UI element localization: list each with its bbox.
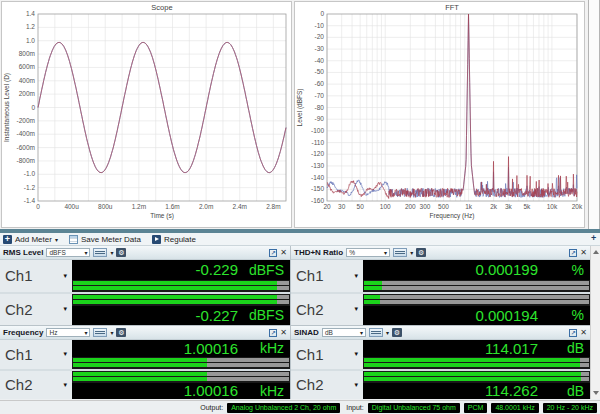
settings-gear-icon[interactable]: ⚙ (392, 328, 402, 337)
settings-gear-icon[interactable]: ⚙ (116, 328, 126, 337)
input-config-badge[interactable]: Digital Unbalanced 75 ohm (368, 403, 460, 413)
meters-scrollbar[interactable] (590, 246, 600, 399)
display-mode-icon[interactable] (93, 248, 107, 257)
chevron-down-icon[interactable]: ▾ (386, 329, 389, 336)
svg-text:0: 0 (36, 203, 40, 210)
chevron-down-icon[interactable]: ▾ (110, 329, 113, 336)
meters-grid: RMS Level dBFS ▾ ▾ ⚙ ↗ ✕ Ch1 ▾ (0, 246, 590, 399)
svg-text:-30: -30 (315, 45, 325, 52)
svg-text:-10: -10 (315, 22, 325, 29)
svg-text:300: 300 (420, 203, 431, 210)
scroll-up-icon[interactable] (593, 250, 599, 254)
channel-selector[interactable]: Ch1 ▾ (291, 340, 363, 369)
channel-row: Ch2 ▾ 1.00016 kHz (0, 371, 290, 400)
close-icon[interactable]: ✕ (280, 249, 287, 257)
regulate-button[interactable]: Regulate (152, 235, 196, 244)
svg-text:30: 30 (338, 203, 346, 210)
chevron-down-icon[interactable]: ▾ (55, 236, 58, 243)
meter-body: Ch1 ▾ -0.229 dBFS (0, 260, 290, 325)
svg-text:600m: 600m (19, 63, 35, 70)
meter-title: THD+N Ratio (294, 248, 343, 257)
bandwidth-badge[interactable]: 20 Hz - 20 kHz (543, 403, 597, 413)
chevron-down-icon: ▾ (84, 329, 87, 336)
meter-value: 114.262 (485, 383, 538, 398)
display-mode-icon[interactable] (393, 248, 407, 257)
channel-label: Ch2 (5, 301, 33, 318)
save-meter-data-button[interactable]: Save Meter Data (69, 235, 141, 244)
meter-value: 0.000199 (475, 262, 538, 277)
save-table-icon (69, 235, 78, 244)
add-meter-button[interactable]: + Add Meter ▾ (3, 235, 58, 244)
svg-text:-140: -140 (311, 174, 324, 181)
channel-row: Ch1 ▾ -0.229 dBFS (0, 260, 290, 292)
unit-selector[interactable]: Hz ▾ (46, 328, 90, 337)
svg-text:200m: 200m (19, 90, 35, 97)
meter-title: Frequency (3, 328, 43, 337)
channel-label: Ch2 (5, 376, 33, 393)
svg-text:0: 0 (320, 10, 324, 17)
channel-selector[interactable]: Ch1 ▾ (291, 260, 363, 292)
meter-panel-frequency: Frequency Hz ▾ ▾ ⚙ ↗ ✕ Ch1 ▾ (0, 326, 290, 399)
settings-gear-icon[interactable]: ⚙ (116, 248, 126, 257)
sample-rate-badge[interactable]: 48.0001 kHz (491, 403, 538, 413)
svg-text:-200m: -200m (17, 117, 35, 124)
popout-icon[interactable]: ↗ (269, 329, 277, 337)
svg-text:-120: -120 (311, 150, 324, 157)
svg-text:3k: 3k (505, 203, 513, 210)
channel-row: Ch2 ▾ 0.000194 % (291, 294, 590, 326)
popout-icon[interactable]: ↗ (569, 329, 577, 337)
chevron-down-icon[interactable]: ▾ (110, 249, 113, 256)
svg-text:-20: -20 (315, 33, 325, 40)
svg-text:100: 100 (380, 203, 391, 210)
level-bar (72, 357, 290, 369)
pcm-badge[interactable]: PCM (464, 403, 488, 413)
output-config-badge[interactable]: Analog Unbalanced 2 Ch, 20 ohm (227, 403, 340, 413)
channel-row: Ch1 ▾ 0.000199 % (291, 260, 590, 292)
chevron-down-icon[interactable]: ▾ (410, 249, 413, 256)
unit-selector[interactable]: dBFS ▾ (46, 248, 90, 257)
meter-title: RMS Level (3, 248, 43, 257)
settings-gear-icon[interactable]: ⚙ (416, 248, 426, 257)
channel-selector[interactable]: Ch2 ▾ (291, 371, 363, 400)
unit-selector[interactable]: % ▾ (346, 248, 390, 257)
svg-text:Level (dBFS): Level (dBFS) (296, 89, 304, 127)
meter-value: 0.000194 (475, 308, 538, 323)
channel-selector[interactable]: Ch2 ▾ (291, 294, 363, 326)
svg-text:Scope: Scope (151, 3, 172, 12)
svg-text:-1.2: -1.2 (24, 184, 36, 191)
close-icon[interactable]: ✕ (580, 249, 587, 257)
channel-selector[interactable]: Ch2 ▾ (0, 371, 72, 400)
svg-text:800m: 800m (19, 50, 35, 57)
unit-selector[interactable]: dB ▾ (322, 328, 366, 337)
status-bar: Output: Analog Unbalanced 2 Ch, 20 ohm I… (0, 400, 600, 414)
popout-icon[interactable]: ↗ (269, 249, 277, 257)
svg-text:1.4: 1.4 (26, 10, 35, 17)
close-icon[interactable]: ✕ (280, 329, 287, 337)
meter-unit: % (538, 263, 584, 277)
display-mode-icon[interactable] (369, 328, 383, 337)
svg-text:Time (s): Time (s) (150, 212, 174, 220)
scope-chart-panel[interactable]: Scope1.41.21.0800m600m400m200m0-200m-400… (1, 1, 292, 228)
channel-label: Ch2 (296, 301, 324, 318)
meter-value: -0.227 (195, 308, 238, 323)
close-icon[interactable]: ✕ (580, 329, 587, 337)
level-bar (72, 280, 290, 292)
channel-row: Ch1 ▾ 114.017 dB (291, 340, 590, 369)
meter-unit: dBFS (238, 263, 284, 277)
svg-text:1.2m: 1.2m (132, 203, 146, 210)
add-panel-icon[interactable]: + (591, 233, 596, 243)
meter-display: -0.229 dBFS (72, 260, 290, 280)
meter-header: Frequency Hz ▾ ▾ ⚙ ↗ ✕ (0, 326, 290, 340)
graphs-area: Scope1.41.21.0800m600m400m200m0-200m-400… (0, 0, 588, 229)
channel-selector[interactable]: Ch1 ▾ (0, 260, 72, 292)
meter-body: Ch1 ▾ 0.000199 % (291, 260, 590, 325)
svg-text:-600m: -600m (17, 144, 35, 151)
display-mode-icon[interactable] (93, 328, 107, 337)
scroll-down-icon[interactable] (593, 391, 599, 395)
chevron-down-icon: ▾ (384, 249, 387, 256)
popout-icon[interactable]: ↗ (569, 249, 577, 257)
channel-selector[interactable]: Ch2 ▾ (0, 294, 72, 326)
channel-selector[interactable]: Ch1 ▾ (0, 340, 72, 369)
level-bar (72, 371, 290, 383)
fft-chart-panel[interactable]: FFT0-10-20-30-40-50-60-70-80-90-100-110-… (294, 1, 585, 228)
